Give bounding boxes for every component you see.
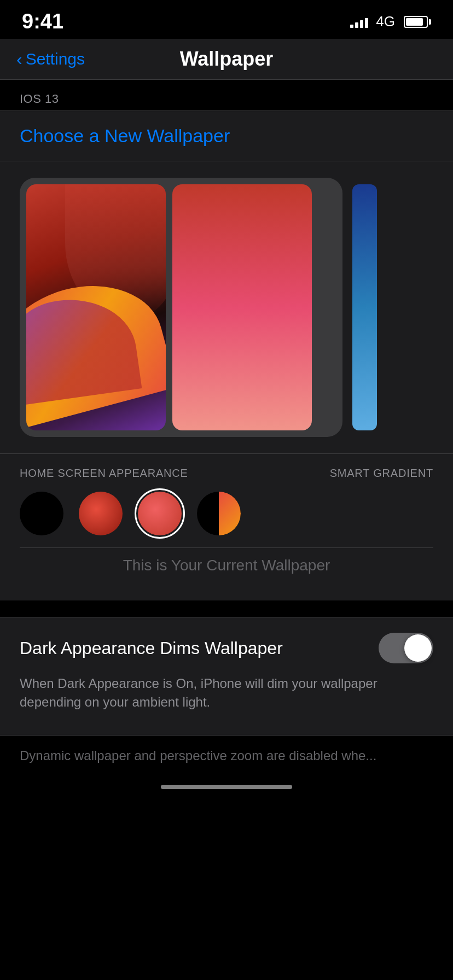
page-title: Wallpaper: [180, 48, 274, 71]
current-wallpaper-text: This is Your Current Wallpaper: [20, 547, 433, 587]
dark-appearance-row: Dark Appearance Dims Wallpaper: [20, 633, 433, 663]
lock-wallpaper-bg: [26, 184, 166, 430]
appearance-labels: HOME SCREEN APPEARANCE SMART GRADIENT: [20, 467, 433, 480]
home-screen-wallpaper-thumb[interactable]: [172, 184, 312, 430]
signal-bars-icon: [350, 16, 368, 28]
choose-wallpaper-link[interactable]: Choose a New Wallpaper: [0, 111, 453, 161]
wallpaper-pair[interactable]: [20, 178, 342, 437]
choose-wallpaper-section: Choose a New Wallpaper: [0, 110, 453, 161]
status-time: 9:41: [22, 10, 63, 33]
color-options: [20, 492, 433, 535]
smart-gradient-label: SMART GRADIENT: [330, 467, 433, 480]
next-wallpaper-peek[interactable]: [352, 184, 377, 430]
color-option-black[interactable]: [20, 492, 63, 535]
dark-appearance-section: Dark Appearance Dims Wallpaper When Dark…: [0, 617, 453, 735]
battery-icon: [404, 16, 431, 28]
color-option-pink-red[interactable]: [138, 492, 182, 535]
signal-label: 4G: [376, 13, 395, 30]
toggle-knob: [404, 634, 432, 662]
back-chevron-icon: ‹: [16, 49, 22, 69]
section-label: IOS 13: [0, 80, 453, 110]
dynamic-note: Dynamic wallpaper and perspective zoom a…: [0, 735, 453, 776]
back-label: Settings: [26, 50, 85, 68]
status-icons: 4G: [350, 13, 431, 30]
home-bar: [161, 785, 292, 789]
status-bar: 9:41 4G: [0, 0, 453, 39]
dark-appearance-toggle[interactable]: [379, 633, 433, 663]
appearance-section: HOME SCREEN APPEARANCE SMART GRADIENT Th…: [0, 454, 453, 600]
nav-header: ‹ Settings Wallpaper: [0, 39, 453, 80]
dark-appearance-title: Dark Appearance Dims Wallpaper: [20, 638, 283, 658]
color-option-split[interactable]: [197, 492, 241, 535]
back-button[interactable]: ‹ Settings: [16, 49, 85, 69]
home-screen-appearance-label: HOME SCREEN APPEARANCE: [20, 467, 188, 480]
wallpaper-preview-container: [0, 161, 453, 454]
color-option-red[interactable]: [79, 492, 123, 535]
lock-screen-wallpaper-thumb[interactable]: [26, 184, 166, 430]
dark-appearance-description: When Dark Appearance is On, iPhone will …: [20, 674, 433, 711]
home-wallpaper-bg: [172, 184, 312, 430]
home-indicator: [0, 776, 453, 794]
